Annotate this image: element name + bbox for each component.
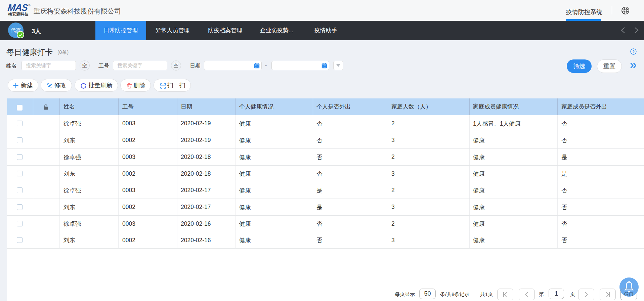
svg-text:?: ? bbox=[632, 50, 635, 54]
